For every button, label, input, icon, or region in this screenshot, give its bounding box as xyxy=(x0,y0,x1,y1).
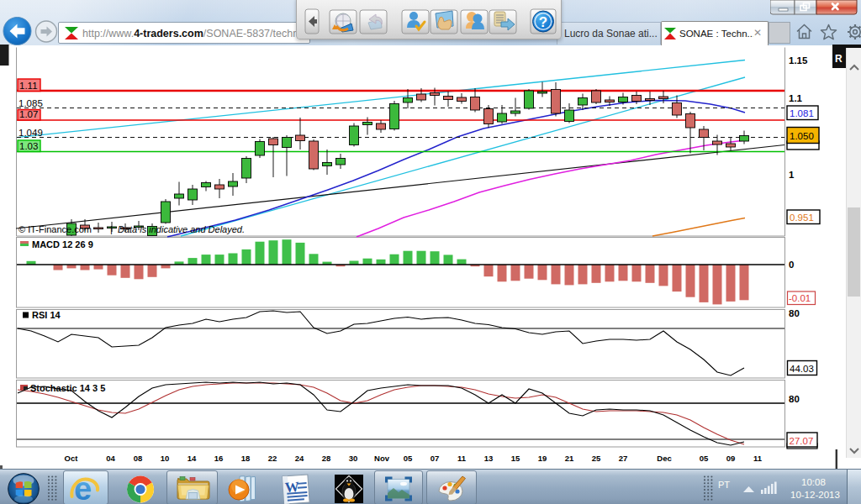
svg-text:|: | xyxy=(110,224,113,234)
svg-text:1.050: 1.050 xyxy=(790,131,814,141)
svg-text:?: ? xyxy=(539,14,547,30)
svg-text:1.1: 1.1 xyxy=(789,93,803,103)
svg-text:1.081: 1.081 xyxy=(790,108,814,118)
svg-text:10: 10 xyxy=(161,454,170,463)
svg-text:07: 07 xyxy=(430,454,440,463)
svg-text:-0.01: -0.01 xyxy=(789,293,811,303)
svg-text:11: 11 xyxy=(457,454,467,463)
svg-text:© IT-Finance.com: © IT-Finance.com xyxy=(18,224,92,234)
svg-text:1.07: 1.07 xyxy=(19,109,38,119)
svg-text:e: e xyxy=(74,471,92,504)
svg-text:44.03: 44.03 xyxy=(790,364,814,374)
svg-text:1: 1 xyxy=(789,170,795,180)
svg-text:RSI 14: RSI 14 xyxy=(32,310,61,320)
svg-text:14: 14 xyxy=(188,454,197,463)
svg-text:04: 04 xyxy=(106,454,115,463)
svg-text:30: 30 xyxy=(349,454,358,463)
svg-text:22: 22 xyxy=(268,454,277,463)
svg-text:08: 08 xyxy=(134,454,143,463)
svg-text:18: 18 xyxy=(241,454,251,463)
svg-text:25: 25 xyxy=(592,454,601,463)
svg-text:21: 21 xyxy=(565,454,574,463)
svg-text:80: 80 xyxy=(789,308,800,318)
svg-text:1.11: 1.11 xyxy=(19,81,38,91)
svg-text:15: 15 xyxy=(511,454,520,463)
svg-text:Oct: Oct xyxy=(65,454,79,463)
svg-text:19: 19 xyxy=(538,454,547,463)
svg-text:05: 05 xyxy=(700,454,709,463)
svg-text:16: 16 xyxy=(214,454,224,463)
svg-text:1.049: 1.049 xyxy=(18,128,43,138)
svg-text:Data is indicative and Delayed: Data is indicative and Delayed. xyxy=(118,224,245,234)
svg-text:11: 11 xyxy=(753,454,763,463)
svg-text:0: 0 xyxy=(789,260,794,270)
svg-text:27.07: 27.07 xyxy=(790,436,814,446)
svg-text:05: 05 xyxy=(404,454,413,463)
svg-text:0.951: 0.951 xyxy=(790,213,814,223)
svg-text:1.15: 1.15 xyxy=(789,55,808,66)
svg-text:28: 28 xyxy=(322,454,331,463)
svg-text:27: 27 xyxy=(619,454,628,463)
svg-text:Stochastic 14 3 5: Stochastic 14 3 5 xyxy=(30,383,105,393)
svg-text:24: 24 xyxy=(295,454,304,463)
svg-text:1.03: 1.03 xyxy=(19,141,38,151)
svg-text:Dec: Dec xyxy=(657,454,671,463)
svg-text:MACD 12 26 9: MACD 12 26 9 xyxy=(32,239,93,249)
svg-text:Nov: Nov xyxy=(374,454,390,463)
svg-text:1.085: 1.085 xyxy=(18,98,43,108)
svg-text:R: R xyxy=(835,53,843,65)
svg-text:80: 80 xyxy=(789,394,800,404)
svg-text:09: 09 xyxy=(726,454,736,463)
svg-text:13: 13 xyxy=(484,454,494,463)
